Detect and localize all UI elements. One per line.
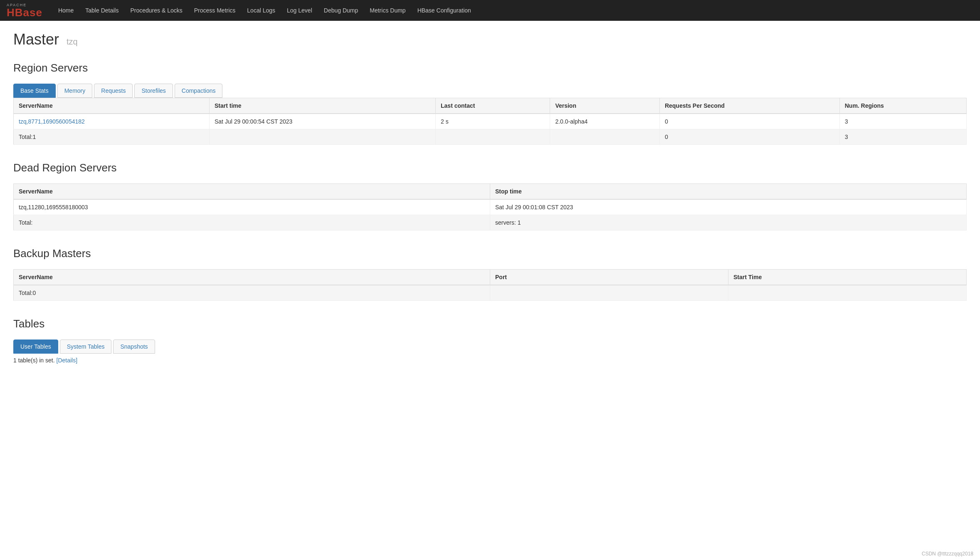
region-servers-table: ServerName Start time Last contact Versi…: [13, 98, 967, 145]
tables-tabs: User Tables System Tables Snapshots: [13, 339, 967, 354]
region-servers-tabs: Base Stats Memory Requests Storefiles Co…: [13, 84, 967, 98]
backup-total-label: Total:0: [14, 285, 490, 301]
col-last-contact: Last contact: [436, 98, 550, 114]
backup-col-server-name: ServerName: [14, 270, 490, 285]
page-content: Master tzq Region Servers Base Stats Mem…: [0, 21, 980, 390]
total-label: Total:1: [14, 129, 210, 145]
total-last-contact: [436, 129, 550, 145]
tab-storefiles[interactable]: Storefiles: [134, 84, 173, 98]
tab-base-stats[interactable]: Base Stats: [13, 84, 56, 98]
nav-table-details[interactable]: Table Details: [79, 0, 124, 21]
nav-debug-dump[interactable]: Debug Dump: [318, 0, 364, 21]
cell-start-time: Sat Jul 29 00:00:54 CST 2023: [210, 114, 436, 129]
table-row: tzq,11280,1695558180003 Sat Jul 29 00:01…: [14, 199, 967, 215]
navbar: APACHE HBase Home Table Details Procedur…: [0, 0, 980, 21]
table-row: tzq,8771,1690560054182 Sat Jul 29 00:00:…: [14, 114, 967, 129]
tab-requests[interactable]: Requests: [94, 84, 133, 98]
col-rps: Requests Per Second: [659, 98, 839, 114]
dead-col-stop-time: Stop time: [490, 184, 967, 200]
dead-cell-server-name: tzq,11280,1695558180003: [14, 199, 490, 215]
nav-process-metrics[interactable]: Process Metrics: [188, 0, 242, 21]
dead-region-servers-title: Dead Region Servers: [13, 161, 967, 177]
dead-total-row: Total: servers: 1: [14, 215, 967, 230]
nav-home[interactable]: Home: [52, 0, 79, 21]
total-start-time: [210, 129, 436, 145]
tab-user-tables[interactable]: User Tables: [13, 339, 58, 354]
dead-total-label: Total:: [14, 215, 490, 230]
backup-total-start: [728, 285, 967, 301]
dead-cell-stop-time: Sat Jul 29 00:01:08 CST 2023: [490, 199, 967, 215]
tables-title: Tables: [13, 317, 967, 333]
total-num-regions: 3: [839, 129, 966, 145]
total-version: [550, 129, 660, 145]
tables-footnote: 1 table(s) in set. [Details]: [13, 357, 967, 364]
master-subtitle: tzq: [67, 37, 78, 46]
brand: APACHE HBase: [7, 3, 42, 18]
dead-region-servers-section: Dead Region Servers ServerName Stop time…: [13, 161, 967, 230]
tab-snapshots[interactable]: Snapshots: [113, 339, 155, 354]
tables-footnote-text: 1 table(s) in set.: [13, 357, 57, 364]
backup-total-row: Total:0: [14, 285, 967, 301]
col-version: Version: [550, 98, 660, 114]
hbase-text: HBase: [7, 7, 42, 18]
backup-total-port: [490, 285, 728, 301]
tab-memory[interactable]: Memory: [57, 84, 93, 98]
server-name-link[interactable]: tzq,8771,1690560054182: [19, 118, 85, 125]
total-rps: 0: [659, 129, 839, 145]
tab-system-tables[interactable]: System Tables: [60, 339, 112, 354]
cell-version: 2.0.0-alpha4: [550, 114, 660, 129]
backup-masters-table: ServerName Port Start Time Total:0: [13, 269, 967, 301]
nav-metrics-dump[interactable]: Metrics Dump: [364, 0, 411, 21]
col-start-time: Start time: [210, 98, 436, 114]
col-num-regions: Num. Regions: [839, 98, 966, 114]
dead-total-servers: servers: 1: [490, 215, 967, 230]
nav-local-logs[interactable]: Local Logs: [241, 0, 281, 21]
nav-links: Home Table Details Procedures & Locks Pr…: [52, 0, 477, 21]
dead-col-server-name: ServerName: [14, 184, 490, 200]
nav-hbase-configuration[interactable]: HBase Configuration: [412, 0, 477, 21]
backup-col-port: Port: [490, 270, 728, 285]
nav-log-level[interactable]: Log Level: [281, 0, 318, 21]
tab-compactions[interactable]: Compactions: [175, 84, 223, 98]
nav-procedures-locks[interactable]: Procedures & Locks: [124, 0, 188, 21]
master-title: Master tzq: [13, 31, 967, 48]
dead-region-servers-table: ServerName Stop time tzq,11280,169555818…: [13, 183, 967, 230]
cell-rps: 0: [659, 114, 839, 129]
total-row: Total:1 0 3: [14, 129, 967, 145]
region-servers-title: Region Servers: [13, 62, 967, 77]
master-label: Master: [13, 31, 59, 48]
backup-col-start-time: Start Time: [728, 270, 967, 285]
col-server-name: ServerName: [14, 98, 210, 114]
tables-details-link[interactable]: [Details]: [57, 357, 78, 364]
backup-masters-section: Backup Masters ServerName Port Start Tim…: [13, 247, 967, 301]
cell-server-name: tzq,8771,1690560054182: [14, 114, 210, 129]
cell-last-contact: 2 s: [436, 114, 550, 129]
region-servers-section: Region Servers Base Stats Memory Request…: [13, 62, 967, 145]
tables-section: Tables User Tables System Tables Snapsho…: [13, 317, 967, 364]
backup-masters-title: Backup Masters: [13, 247, 967, 263]
cell-num-regions: 3: [839, 114, 966, 129]
hbase-logo: APACHE HBase: [7, 3, 42, 18]
